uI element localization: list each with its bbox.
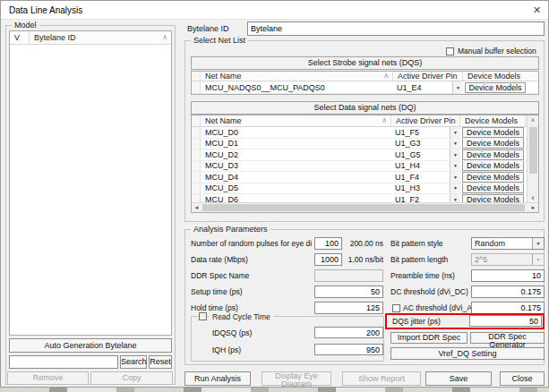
row-selector[interactable] [192, 127, 201, 138]
row-selector[interactable] [192, 139, 201, 149]
search-button[interactable]: Search [120, 355, 147, 369]
device-models-button[interactable]: Device Models [462, 149, 524, 160]
dropdown-arrow-icon[interactable]: ▼ [450, 149, 460, 160]
net-name-cell[interactable]: MCU_D1 [201, 139, 391, 149]
setup-time-input[interactable] [314, 285, 383, 298]
read-cycle-time-checkbox[interactable] [199, 312, 207, 320]
device-models-cell: Device Models [460, 161, 526, 172]
dq-row[interactable]: MCU_D2 U1_G5▼ Device Models [192, 149, 528, 161]
dropdown-arrow-icon[interactable]: ▼ [532, 238, 544, 249]
display-eye-diagram-button[interactable]: Display Eye Diagram [262, 371, 331, 386]
net-name-cell[interactable]: MCU_NADQS0__MCU_PADQS0 [201, 81, 393, 93]
row-selector[interactable] [192, 172, 201, 183]
close-button[interactable]: Close [500, 371, 545, 386]
dq-section-header[interactable]: Select Data signal nets (DQ) [191, 101, 539, 115]
pin-value: U1_F4 [395, 173, 419, 182]
scroll-thumb[interactable] [202, 204, 525, 211]
device-models-cell: Device Models [463, 81, 538, 93]
scroll-left-icon[interactable]: ◄ [193, 203, 201, 212]
dq-rows-viewport: MCU_D0 U1_F5▼ Device Models MCU_D1 U1_G3… [192, 127, 528, 204]
dropdown-arrow-icon[interactable]: ▼ [450, 139, 460, 149]
reset-button[interactable]: Reset [149, 355, 172, 369]
dq-vertical-scrollbar[interactable]: ∧ ∨ [527, 115, 538, 203]
dc-threshold-input[interactable] [471, 285, 545, 298]
active-driver-pin-cell[interactable]: U1_G3▼ [391, 139, 460, 149]
dqs-jitter-input[interactable] [469, 315, 542, 327]
save-button[interactable]: Save [425, 371, 492, 386]
active-driver-pin-cell[interactable]: U1_G5▼ [391, 149, 460, 160]
auto-generation-bytelane-button[interactable]: Auto Generation Bytelane [9, 338, 172, 353]
tdqsq-input[interactable] [314, 327, 383, 338]
active-driver-pin-cell[interactable]: U1_H3▼ [391, 183, 460, 194]
column-header-bytelane-id-label: Bytelane ID [34, 34, 76, 42]
device-models-cell: Device Models [460, 183, 526, 194]
remove-button[interactable]: Remove [7, 371, 89, 385]
row-selector[interactable] [192, 149, 201, 160]
import-ddr-spec-button[interactable]: Import DDR Spec [390, 332, 468, 344]
preamble-time-input[interactable] [471, 269, 545, 282]
dropdown-arrow-icon[interactable]: ▼ [450, 161, 460, 172]
dialog-data-line-analysis: Data Line Analysis ✕ Model V Bytelane ID… [0, 0, 549, 388]
active-driver-pin-cell[interactable]: U1_E4 ▼ [393, 81, 463, 93]
ddr-spec-generator-button[interactable]: DDR Spec Generator [470, 332, 545, 344]
dq-row[interactable]: MCU_D5 U1_H3▼ Device Models [192, 183, 528, 195]
dq-col-device-models[interactable]: Device Models [460, 115, 526, 126]
ac-threshold-checkbox[interactable] [392, 304, 400, 312]
net-name-cell[interactable]: MCU_D0 [201, 127, 391, 138]
run-analysis-button[interactable]: Run Analysis [184, 371, 251, 386]
dc-threshold-label: DC threshold (dVi_DC) [390, 285, 468, 298]
copy-button[interactable]: Copy [90, 371, 173, 385]
dq-row[interactable]: MCU_D4 U1_F4▼ Device Models [192, 172, 528, 183]
dropdown-arrow-icon[interactable]: ▼ [450, 183, 460, 194]
active-driver-pin-cell[interactable]: U1_H4▼ [391, 161, 460, 172]
strobe-col-net-name[interactable]: Net Name ∧ [201, 72, 393, 81]
bit-pattern-style-select[interactable]: Random ▼ [471, 237, 545, 250]
dropdown-arrow-icon[interactable]: ▼ [450, 127, 460, 138]
active-driver-pin-cell[interactable]: U1_F4▼ [391, 172, 460, 183]
bytelane-search-input[interactable] [9, 355, 118, 369]
dq-row[interactable]: MCU_D0 U1_F5▼ Device Models [192, 127, 528, 139]
dropdown-arrow-icon[interactable]: ▼ [450, 172, 460, 183]
close-icon[interactable]: ✕ [529, 3, 545, 18]
strobe-col-active-driver-pin[interactable]: Active Driver Pin [393, 72, 463, 81]
net-name-cell[interactable]: MCU_D5 [201, 183, 391, 194]
net-name-cell[interactable]: MCU_D2 [201, 149, 391, 160]
scroll-right-icon[interactable]: ► [529, 203, 537, 212]
analysis-parameters-label: Analysis Parameters [191, 225, 270, 234]
dq-horizontal-scrollbar[interactable]: ◄ ► [192, 202, 538, 212]
dropdown-arrow-icon[interactable]: ▼ [452, 81, 463, 93]
dq-row[interactable]: MCU_D1 U1_G3▼ Device Models [192, 139, 528, 150]
dq-col-active-driver-pin[interactable]: Active Driver Pin [391, 115, 460, 126]
net-name-cell[interactable]: MCU_D3 [201, 161, 391, 172]
row-selector[interactable] [192, 81, 201, 93]
dq-row[interactable]: MCU_D3 U1_H4▼ Device Models [192, 161, 528, 173]
scroll-down-icon[interactable]: ∨ [528, 194, 538, 202]
row-selector[interactable] [192, 161, 201, 172]
dq-col-net-name[interactable]: Net Name ∧ [201, 115, 391, 126]
strobe-col-device-models[interactable]: Device Models [463, 72, 538, 81]
strobe-section-header[interactable]: Select Strobe signal nets (DQS) [191, 56, 539, 70]
column-header-v[interactable]: V [10, 31, 30, 44]
hold-time-input[interactable] [314, 302, 383, 314]
scroll-thumb[interactable] [529, 127, 537, 174]
manual-buffer-checkbox[interactable] [446, 47, 454, 55]
device-models-button[interactable]: Device Models [462, 183, 524, 194]
device-models-button[interactable]: Device Models [462, 127, 524, 138]
row-selector[interactable] [192, 183, 201, 194]
device-models-button[interactable]: Device Models [462, 161, 524, 172]
scroll-up-icon[interactable]: ∧ [528, 116, 538, 124]
bytelane-id-input[interactable] [247, 21, 545, 36]
strobe-row[interactable]: MCU_NADQS0__MCU_PADQS0 U1_E4 ▼ Device Mo… [192, 81, 538, 94]
column-header-bytelane-id[interactable]: Bytelane ID ∧ [30, 31, 171, 44]
net-name-cell[interactable]: MCU_D4 [201, 172, 391, 183]
active-driver-pin-cell[interactable]: U1_F5▼ [391, 127, 460, 138]
vref-dq-setting-button[interactable]: Vref_DQ Setting [390, 347, 545, 360]
ac-threshold-input[interactable] [471, 302, 545, 314]
device-models-button[interactable]: Device Models [462, 139, 524, 149]
pulses-label: Number of random pulses for eye diagram [191, 237, 312, 250]
show-report-button[interactable]: Show Report [342, 371, 421, 386]
device-models-button[interactable]: Device Models [462, 172, 524, 183]
device-models-button[interactable]: Device Models [465, 82, 526, 93]
pin-value: U1_G3 [395, 139, 421, 148]
tqh-input[interactable] [314, 344, 383, 355]
